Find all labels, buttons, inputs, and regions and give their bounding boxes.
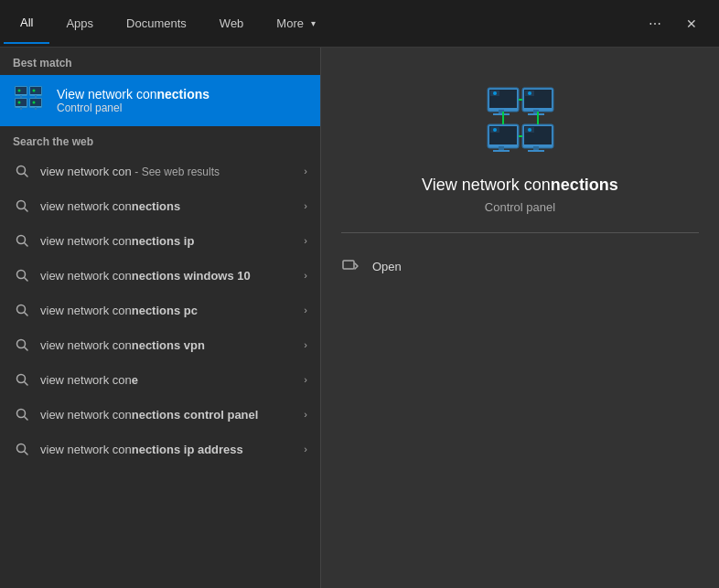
- close-button[interactable]: ✕: [675, 7, 708, 40]
- list-item[interactable]: view network connections windows 10 ›: [0, 258, 320, 293]
- svg-point-14: [33, 90, 36, 92]
- svg-rect-5: [16, 99, 27, 106]
- search-item-text: view network connections ip: [40, 234, 304, 248]
- chevron-right-icon: ›: [304, 305, 307, 315]
- app-subtitle-right: Control panel: [485, 200, 555, 214]
- best-match-subtitle: Control panel: [57, 102, 209, 114]
- svg-line-17: [25, 174, 28, 177]
- svg-rect-43: [528, 113, 544, 115]
- open-action[interactable]: Open: [321, 248, 719, 284]
- main-content: Best match: [0, 48, 719, 588]
- app-title-right: View network connections: [422, 176, 618, 195]
- list-item[interactable]: view network con - See web results ›: [0, 154, 320, 188]
- svg-point-51: [493, 128, 497, 132]
- list-item[interactable]: view network connections control panel ›: [0, 397, 320, 432]
- chevron-right-icon: ›: [304, 166, 307, 176]
- open-label: Open: [372, 260, 402, 273]
- close-icon: ✕: [686, 16, 697, 31]
- search-item-text: view network connections windows 10: [40, 269, 304, 283]
- nav-actions: ⋯ ✕: [639, 7, 715, 40]
- svg-rect-54: [533, 146, 539, 150]
- svg-rect-55: [528, 150, 544, 152]
- list-item[interactable]: view network connections ip ›: [0, 223, 320, 258]
- svg-line-29: [25, 382, 28, 386]
- app-icon-large: [484, 84, 557, 157]
- chevron-right-icon: ›: [304, 200, 307, 211]
- list-item[interactable]: view network connections ip address ›: [0, 432, 320, 466]
- search-item-text: view network con - See web results: [40, 165, 304, 178]
- tab-documents[interactable]: Documents: [110, 4, 203, 43]
- best-match-title: View network connections: [57, 87, 209, 102]
- svg-line-19: [25, 208, 28, 212]
- svg-point-13: [18, 102, 21, 104]
- svg-line-21: [25, 243, 28, 247]
- divider: [341, 232, 700, 233]
- best-match-text: View network connections Control panel: [57, 87, 209, 114]
- search-item-text: view network connections vpn: [40, 338, 304, 352]
- svg-rect-7: [30, 99, 41, 106]
- open-icon: [339, 255, 361, 277]
- nav-tabs: All Apps Documents Web More ▾ ⋯ ✕: [0, 0, 719, 48]
- search-item-text: view network connections pc: [40, 304, 304, 317]
- svg-rect-8: [20, 95, 22, 98]
- svg-point-39: [493, 91, 497, 95]
- tab-all[interactable]: All: [4, 3, 49, 44]
- chevron-right-icon: ›: [304, 374, 307, 385]
- svg-point-57: [528, 128, 531, 132]
- chevron-down-icon: ▾: [311, 18, 316, 28]
- chevron-right-icon: ›: [304, 270, 307, 281]
- search-window: All Apps Documents Web More ▾ ⋯ ✕: [0, 0, 719, 588]
- list-item[interactable]: view network connections pc ›: [0, 293, 320, 327]
- svg-point-15: [33, 102, 36, 104]
- best-match-item[interactable]: View network connections Control panel: [0, 75, 320, 126]
- list-item[interactable]: view network connections vpn ›: [0, 327, 320, 362]
- list-item[interactable]: view network cone ›: [0, 362, 320, 397]
- search-item-text: view network connections control panel: [40, 408, 304, 422]
- svg-rect-9: [20, 107, 22, 110]
- svg-rect-11: [35, 107, 37, 110]
- svg-rect-4: [16, 87, 27, 94]
- best-match-label: Best match: [0, 48, 320, 75]
- list-item[interactable]: view network connections ›: [0, 188, 320, 223]
- search-item-text: view network connections: [40, 199, 304, 213]
- search-icon: [13, 336, 31, 354]
- ellipsis-button[interactable]: ⋯: [639, 7, 671, 40]
- svg-rect-62: [343, 261, 354, 269]
- svg-point-45: [528, 91, 531, 95]
- search-icon: [13, 301, 31, 319]
- svg-point-12: [18, 90, 21, 92]
- svg-rect-48: [499, 146, 504, 150]
- tab-more[interactable]: More ▾: [260, 4, 332, 43]
- svg-rect-10: [35, 95, 37, 98]
- chevron-right-icon: ›: [304, 339, 307, 350]
- network-connections-icon: [13, 84, 46, 117]
- tab-web[interactable]: Web: [203, 4, 261, 43]
- search-icon: [13, 266, 31, 284]
- tab-apps[interactable]: Apps: [49, 4, 110, 43]
- search-icon: [13, 197, 31, 215]
- svg-line-33: [25, 452, 28, 455]
- svg-rect-49: [493, 150, 510, 152]
- ellipsis-icon: ⋯: [649, 16, 661, 31]
- search-web-label: Search the web: [0, 126, 320, 154]
- right-panel: View network connections Control panel O…: [320, 48, 719, 588]
- chevron-right-icon: ›: [304, 409, 307, 420]
- search-item-text: view network connections ip address: [40, 443, 304, 456]
- left-panel: Best match: [0, 48, 320, 588]
- search-icon: [13, 231, 31, 250]
- search-icon: [13, 440, 31, 458]
- svg-line-25: [25, 313, 28, 316]
- svg-line-27: [25, 347, 28, 351]
- chevron-right-icon: ›: [304, 235, 307, 246]
- search-icon: [13, 405, 31, 423]
- search-item-text: view network cone: [40, 373, 304, 387]
- search-icon: [13, 162, 31, 180]
- svg-rect-37: [493, 113, 510, 115]
- svg-rect-6: [30, 87, 41, 94]
- chevron-right-icon: ›: [304, 444, 307, 454]
- svg-line-23: [25, 278, 28, 282]
- svg-line-31: [25, 417, 28, 421]
- search-icon: [13, 370, 31, 389]
